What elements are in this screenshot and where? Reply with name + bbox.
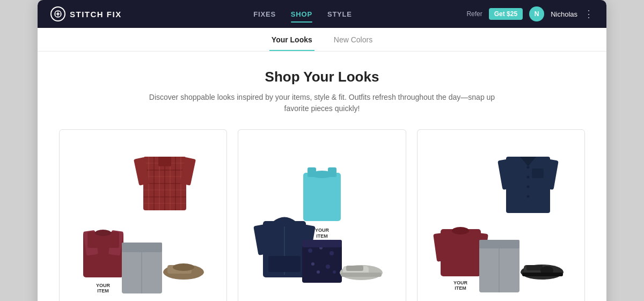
browser-window: STITCH FIX FIXES SHOP STYLE Refer Get $2… bbox=[38, 0, 606, 301]
nav-fixes[interactable]: FIXES bbox=[253, 8, 276, 20]
nav-right: Refer Get $25 N Nicholas ⋮ bbox=[466, 6, 594, 21]
outfit-card-1[interactable]: YOUR ITEM bbox=[59, 129, 227, 301]
outfit-card-2[interactable]: YOUR ITEM bbox=[238, 129, 406, 301]
nav-style[interactable]: STYLE bbox=[327, 8, 352, 20]
svg-rect-52 bbox=[302, 240, 342, 247]
more-menu-icon[interactable]: ⋮ bbox=[584, 8, 594, 20]
outfit-1-illustration: YOUR ITEM bbox=[68, 141, 218, 296]
svg-text:YOUR: YOUR bbox=[453, 280, 468, 285]
outfits-grid: YOUR ITEM bbox=[59, 129, 585, 301]
svg-text:ITEM: ITEM bbox=[316, 233, 328, 239]
svg-rect-24 bbox=[158, 157, 171, 166]
logo-text: STITCH FIX bbox=[70, 10, 122, 19]
svg-rect-73 bbox=[479, 240, 519, 248]
tab-new-colors[interactable]: New Colors bbox=[332, 29, 375, 50]
svg-point-48 bbox=[311, 262, 314, 266]
page-subtitle: Discover shoppable looks inspired by you… bbox=[140, 92, 504, 114]
nav-shop[interactable]: SHOP bbox=[291, 8, 312, 20]
svg-rect-56 bbox=[341, 273, 382, 277]
svg-rect-37 bbox=[268, 256, 301, 272]
tab-your-looks[interactable]: Your Looks bbox=[269, 29, 314, 50]
svg-point-49 bbox=[326, 265, 330, 269]
svg-point-67 bbox=[527, 195, 530, 198]
page-title: Shop Your Looks bbox=[59, 69, 585, 85]
svg-point-51 bbox=[333, 270, 336, 274]
svg-point-65 bbox=[527, 176, 530, 179]
svg-point-32 bbox=[173, 263, 194, 271]
svg-rect-55 bbox=[346, 266, 363, 271]
svg-point-6 bbox=[95, 230, 111, 236]
outfit-card-3[interactable]: YOUR ITEM bbox=[417, 129, 585, 301]
svg-point-41 bbox=[311, 171, 333, 178]
refer-button[interactable]: Get $25 bbox=[489, 8, 523, 20]
svg-rect-38 bbox=[303, 173, 341, 221]
svg-point-60 bbox=[452, 227, 469, 234]
svg-point-47 bbox=[330, 251, 334, 255]
nav-links: FIXES SHOP STYLE bbox=[139, 8, 467, 20]
svg-rect-70 bbox=[532, 168, 544, 178]
svg-rect-29 bbox=[122, 243, 162, 252]
main-content: Shop Your Looks Discover shoppable looks… bbox=[38, 52, 606, 301]
svg-rect-76 bbox=[526, 265, 543, 270]
username: Nicholas bbox=[551, 10, 577, 18]
svg-text:YOUR: YOUR bbox=[315, 227, 330, 233]
svg-rect-78 bbox=[522, 273, 563, 276]
svg-point-1 bbox=[57, 13, 59, 15]
refer-text: Refer bbox=[466, 10, 482, 18]
svg-point-66 bbox=[527, 186, 530, 188]
svg-text:ITEM: ITEM bbox=[455, 285, 467, 291]
svg-text:ITEM: ITEM bbox=[97, 288, 109, 293]
outfit-2-illustration: YOUR ITEM bbox=[247, 141, 397, 296]
outfit-3-illustration: YOUR ITEM bbox=[426, 141, 576, 296]
logo-icon bbox=[50, 6, 65, 21]
user-avatar: N bbox=[529, 6, 544, 21]
svg-point-64 bbox=[527, 166, 530, 169]
tabs-bar: Your Looks New Colors bbox=[38, 28, 606, 52]
svg-point-45 bbox=[308, 248, 312, 253]
navbar: STITCH FIX FIXES SHOP STYLE Refer Get $2… bbox=[38, 0, 606, 28]
logo[interactable]: STITCH FIX bbox=[50, 6, 122, 21]
svg-text:YOUR: YOUR bbox=[96, 283, 111, 288]
svg-rect-57 bbox=[441, 229, 481, 276]
svg-point-50 bbox=[317, 270, 320, 274]
